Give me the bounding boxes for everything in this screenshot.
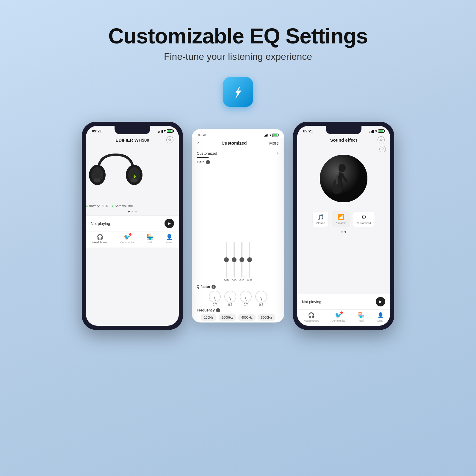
q-info-icon: i [212,285,216,289]
phone-3-play-button[interactable]: ▶ [376,297,385,306]
knob-value-4: 0.7 [259,303,263,306]
q-factor-label: Q factor i [197,285,279,289]
mall-icon: 🏪 [147,234,153,240]
back-button[interactable]: ‹ [197,140,199,146]
phone-1-bottom-nav: 🎧 Headphones 🐦 Community 🏪 Mall 👤 Mine [86,231,179,248]
frequency-label: Frequency i [197,308,279,312]
settings-icon[interactable]: ⚙ [166,136,173,143]
mall-icon-3: 🏪 [358,312,364,319]
page-dots [86,211,179,212]
q-factor-section: Q factor i 0.7 0.7 0.7 [197,285,279,306]
frequency-pills: 100Hz 2000Hz 4000Hz 8000Hz [197,314,279,321]
signal-icon-3 [369,130,374,133]
nav-community-3[interactable]: 🐦 Community [331,312,345,322]
classic-label: Classic [316,222,325,225]
nav-headphones-3[interactable]: 🎧 Headphones [303,312,319,322]
wifi-icon-2: ▾ [270,134,271,137]
phone-1-time: 09:21 [92,129,102,133]
gain-label: Gain i [197,160,279,164]
add-button[interactable]: + [276,150,279,156]
page-header: Customizable EQ Settings Fine-tune your … [108,24,368,62]
wifi-icon: ▾ [164,129,166,133]
dynamic-label: Dynamic [336,222,346,225]
knob-1[interactable]: 0.7 [209,291,221,306]
svg-point-8 [339,164,346,172]
preset-dynamic[interactable]: 📶 Dynamic [332,211,350,227]
wifi-icon-3: ▾ [375,129,377,133]
phone-3-page-dots [341,231,346,233]
not-playing-label: Not playing [91,221,110,226]
freq-info-icon: i [216,308,220,312]
knob-dial-4 [255,291,267,303]
nav-headphones-label: Headphones [92,241,107,244]
slider-thumb-1 [224,257,229,262]
phones-container: 09:21 ▾ EDIFIER WH500 [82,122,394,330]
signal-icon-2 [264,134,268,137]
nav-headphones[interactable]: 🎧 Headphones [92,234,107,244]
preset-classic[interactable]: 🎵 Classic [312,211,329,227]
phone-2-status-icons: ▾ [264,134,278,137]
phone-3-bottom-player: Not playing ▶ [297,294,390,309]
phone-3-screen-title: Sound effect [330,137,357,143]
freq-100[interactable]: 100Hz [201,314,216,321]
community-icon-3: 🐦 [335,312,342,319]
battery-icon-2 [272,134,278,137]
nav-mine[interactable]: 👤 Mine [166,234,173,244]
dynamic-icon: 📶 [338,214,344,220]
eq-section-title: Customized [197,151,217,156]
phone-2: 09:20 ▾ ‹ Customized More [192,129,284,322]
q-factor-text: Q factor [197,285,210,289]
nav-mine-3[interactable]: 👤 Mine [377,312,384,322]
slider-track-3 [241,242,242,278]
battery-dot: ● [86,204,88,208]
slider-label-1: 0dB [224,279,229,282]
dot-3-2 [345,231,346,233]
slider-thumb-4 [247,257,252,262]
phone-1-notch [115,126,150,134]
headphone-image [86,146,145,199]
phone-3-bottom-nav: 🎧 Headphones 🐦 Community 🏪 Mall 👤 Mine [297,309,390,326]
eq-slider-2[interactable]: 0dB [232,234,237,282]
nav-mall-3[interactable]: 🏪 Mall [358,312,364,322]
slider-thumb-2 [232,257,237,262]
dot-3 [135,211,137,212]
phone-1-status-icons: ▾ [158,129,173,133]
slider-track-4 [249,242,250,278]
phone-3-screen: 09:21 ▾ Sound effect [297,126,390,326]
freq-2000[interactable]: 2000Hz [219,314,236,321]
battery-fill [167,130,171,132]
eq-slider-1[interactable]: 0dB [224,234,229,282]
knob-dial-3 [240,291,252,303]
nav-community-label: Community [120,241,134,244]
settings-icon-3[interactable]: ⚙ [378,136,385,143]
phone-1-app-header: EDIFIER WH500 ⚙ [86,134,179,146]
knob-value-1: 0.7 [213,303,217,306]
safe-volume: ● Safe volume [112,204,133,208]
phone-1: 09:21 ▾ EDIFIER WH500 [82,122,183,330]
knob-3[interactable]: 0.7 [240,291,252,306]
phone-3-time: 09:21 [303,129,313,133]
freq-8000[interactable]: 8000Hz [258,314,275,321]
phone-3-notch [326,126,361,134]
battery-fill-2 [273,134,277,136]
knob-4[interactable]: 0.7 [255,291,267,306]
preset-customized[interactable]: ⚙ Customized [353,211,375,227]
slider-label-3: 0dB [239,279,244,282]
phone-3-status-icons: ▾ [369,129,384,133]
eq-slider-4[interactable]: 0dB [247,234,252,282]
phone-1-app-title: EDIFIER WH500 [115,137,149,143]
nav-community[interactable]: 🐦 Community [120,234,134,244]
volume-dot: ● [112,204,114,208]
help-icon[interactable]: ? [379,146,386,152]
eq-slider-3[interactable]: 0dB [239,234,244,282]
play-button[interactable]: ▶ [165,219,174,228]
knob-2[interactable]: 0.7 [224,291,236,306]
signal-icon [158,130,163,133]
frequency-text: Frequency [197,308,215,312]
freq-4000[interactable]: 4000Hz [238,314,256,321]
nav-mall[interactable]: 🏪 Mall [147,234,153,244]
battery-fill-3 [379,130,383,132]
phone-2-app-header: ‹ Customized More [192,138,284,148]
more-button[interactable]: More [269,141,279,145]
nav-mall-label-3: Mall [358,319,364,322]
